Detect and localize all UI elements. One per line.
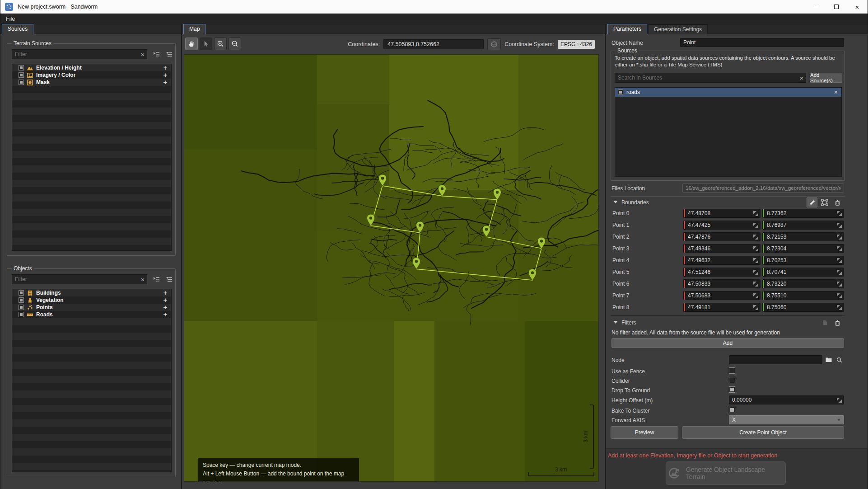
latitude-field[interactable]: 47.50683 xyxy=(683,291,761,300)
add-buildings-button[interactable]: + xyxy=(162,289,168,296)
terrain-filter-input[interactable] xyxy=(12,50,139,59)
latitude-field[interactable]: 47.47876 xyxy=(683,232,761,241)
terrain-row-elevation[interactable]: Elevation / Height + xyxy=(12,64,171,71)
add-imagery-button[interactable]: + xyxy=(162,71,168,79)
longitude-field[interactable]: 8.73220 xyxy=(762,279,844,288)
collapse-filters-icon[interactable] xyxy=(613,321,618,324)
edit-boundaries-button[interactable] xyxy=(807,197,817,207)
remove-source-icon[interactable]: × xyxy=(834,89,838,96)
use-as-fence-checkbox[interactable] xyxy=(729,367,735,374)
add-elevation-button[interactable]: + xyxy=(162,64,168,71)
filters-title[interactable]: Filters xyxy=(621,320,636,326)
search-node-button[interactable] xyxy=(834,355,845,365)
add-filter-button[interactable]: Add xyxy=(611,338,844,348)
tab-sources[interactable]: Sources xyxy=(2,24,33,34)
longitude-field[interactable]: 8.77362 xyxy=(762,209,844,218)
minimize-button[interactable] xyxy=(805,0,826,14)
source-row-roads[interactable]: roads × xyxy=(615,88,841,97)
close-button[interactable]: × xyxy=(847,0,868,14)
drop-to-ground-checkbox[interactable] xyxy=(729,386,735,393)
expand-all-button[interactable] xyxy=(164,275,173,284)
go-to-coordinates-button[interactable] xyxy=(487,38,501,50)
map-view[interactable]: 3 km 3 km Space key — ch xyxy=(184,54,599,482)
map-pin-icon[interactable] xyxy=(493,188,502,200)
expand-all-button[interactable] xyxy=(164,50,173,59)
latitude-field[interactable]: 47.49632 xyxy=(683,256,761,265)
terrain-row-imagery[interactable]: Imagery / Color + xyxy=(12,71,171,79)
latitude-field[interactable]: 47.49181 xyxy=(683,303,761,312)
objects-filter-input[interactable] xyxy=(12,275,139,284)
clear-search-icon[interactable]: × xyxy=(798,74,806,82)
add-vegetation-button[interactable]: + xyxy=(162,296,168,304)
select-tool-button[interactable] xyxy=(200,38,212,50)
epsg-badge[interactable]: EPSG : 4326 xyxy=(558,40,595,49)
elevation-checkbox[interactable] xyxy=(19,65,24,71)
node-input[interactable] xyxy=(729,355,822,364)
latitude-field[interactable]: 47.47425 xyxy=(683,221,761,230)
longitude-field[interactable]: 8.75510 xyxy=(762,291,844,300)
add-sources-button[interactable]: Add Source(s) xyxy=(810,73,842,83)
add-mask-button[interactable]: + xyxy=(162,79,168,86)
delete-boundaries-button[interactable] xyxy=(832,197,843,207)
map-pin-icon[interactable] xyxy=(378,174,387,186)
longitude-field[interactable]: 8.72304 xyxy=(762,244,844,253)
generate-terrain-button[interactable]: Generate Object Landscape Terrain xyxy=(666,461,786,485)
longitude-field[interactable]: 8.70253 xyxy=(762,256,844,265)
maximize-button[interactable] xyxy=(826,0,847,14)
longitude-field[interactable]: 8.72153 xyxy=(762,232,844,241)
map-pin-icon[interactable] xyxy=(412,257,421,269)
add-points-button[interactable]: + xyxy=(162,304,168,311)
sources-search-input[interactable] xyxy=(615,73,798,82)
collapse-boundaries-icon[interactable] xyxy=(613,201,618,203)
map-pin-icon[interactable] xyxy=(528,268,537,281)
imagery-checkbox[interactable] xyxy=(19,72,24,78)
vegetation-checkbox[interactable] xyxy=(19,297,24,303)
clear-filter-icon[interactable]: × xyxy=(139,276,147,283)
delete-filters-button[interactable] xyxy=(832,318,843,328)
collider-checkbox[interactable] xyxy=(729,377,735,383)
height-offset-field[interactable]: 0.00000 xyxy=(729,395,844,404)
latitude-field[interactable]: 47.49346 xyxy=(683,244,761,253)
latitude-field[interactable]: 47.51246 xyxy=(683,268,761,277)
boundaries-title[interactable]: Boundaries xyxy=(621,199,649,206)
map-pin-icon[interactable] xyxy=(537,237,546,249)
object-row-points[interactable]: Points + xyxy=(12,304,171,311)
collapse-all-button[interactable] xyxy=(152,275,161,284)
terrain-row-mask[interactable]: Mask + xyxy=(12,79,171,86)
coordinates-input[interactable] xyxy=(383,39,484,49)
forward-axis-select[interactable]: X ▼ xyxy=(729,415,844,424)
collapse-all-button[interactable] xyxy=(152,50,161,59)
bake-to-cluster-checkbox[interactable] xyxy=(729,407,735,413)
object-name-input[interactable] xyxy=(680,38,844,47)
map-pin-icon[interactable] xyxy=(366,214,375,226)
pan-tool-button[interactable] xyxy=(185,38,198,50)
select-bounds-button[interactable] xyxy=(819,197,830,207)
paste-filter-button[interactable] xyxy=(819,318,830,328)
roads-source-checkbox[interactable] xyxy=(618,89,623,95)
object-row-vegetation[interactable]: Vegetation + xyxy=(12,296,171,304)
buildings-checkbox[interactable] xyxy=(19,290,24,296)
tab-generation-settings[interactable]: Generation Settings xyxy=(648,24,708,34)
tab-map[interactable]: Map xyxy=(183,24,205,34)
map-pin-icon[interactable] xyxy=(482,225,491,237)
latitude-field[interactable]: 47.50833 xyxy=(683,279,761,288)
menu-file[interactable]: File xyxy=(0,14,20,24)
mask-checkbox[interactable] xyxy=(19,80,24,85)
longitude-field[interactable]: 8.70741 xyxy=(762,268,844,277)
create-point-object-button[interactable]: Create Point Object xyxy=(682,426,844,439)
roads-checkbox[interactable] xyxy=(19,312,24,317)
object-row-roads[interactable]: Roads + xyxy=(12,311,171,318)
object-row-buildings[interactable]: Buildings + xyxy=(12,289,171,296)
zoom-out-button[interactable] xyxy=(229,38,241,50)
points-checkbox[interactable] xyxy=(19,305,24,310)
clear-filter-icon[interactable]: × xyxy=(139,51,147,58)
map-pin-icon[interactable] xyxy=(438,184,447,197)
add-roads-button[interactable]: + xyxy=(162,311,168,318)
latitude-field[interactable]: 47.48708 xyxy=(683,209,761,218)
preview-button[interactable]: Preview xyxy=(611,426,678,439)
map-pin-icon[interactable] xyxy=(415,221,425,233)
longitude-field[interactable]: 8.75060 xyxy=(762,303,844,312)
browse-node-button[interactable] xyxy=(823,355,834,365)
zoom-in-button[interactable] xyxy=(214,38,227,50)
longitude-field[interactable]: 8.76987 xyxy=(762,221,844,230)
